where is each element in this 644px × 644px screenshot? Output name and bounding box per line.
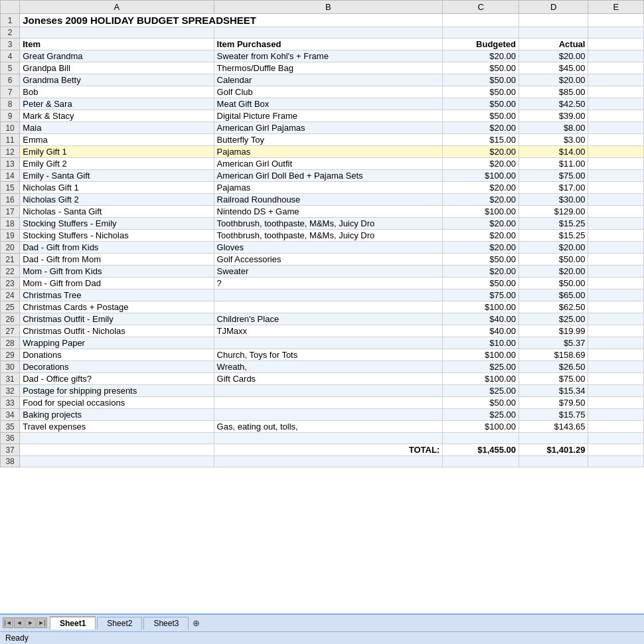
nav-prev-arrow[interactable]: ◄ — [14, 617, 25, 628]
cell-c[interactable] — [443, 27, 519, 39]
cell-b[interactable]: American Girl Pajamas — [214, 122, 443, 134]
cell-e[interactable] — [588, 444, 644, 456]
cell-a[interactable]: Stocking Stuffers - Nicholas — [20, 230, 214, 242]
cell-d[interactable] — [519, 456, 588, 467]
cell-a[interactable]: Nicholas Gift 2 — [20, 194, 214, 206]
cell-d[interactable]: $15.25 — [519, 230, 588, 242]
cell-c[interactable]: $50.00 — [443, 98, 519, 110]
cell-c[interactable]: $100.00 — [443, 373, 519, 385]
cell-a[interactable]: Peter & Sara — [20, 98, 214, 110]
cell-c[interactable]: $100.00 — [443, 170, 519, 182]
cell-e[interactable] — [588, 14, 644, 27]
cell-a[interactable]: Emily Gift 2 — [20, 158, 214, 170]
cell-a[interactable]: Travel expenses — [20, 421, 214, 433]
cell-d[interactable]: $65.00 — [519, 289, 588, 301]
cell-c[interactable]: $50.00 — [443, 62, 519, 74]
cell-e[interactable] — [588, 278, 644, 289]
cell-a[interactable]: Mom - Gift from Kids — [20, 266, 214, 278]
cell-b[interactable] — [214, 409, 443, 421]
table-row[interactable]: 32Postage for shipping presents$25.00$15… — [1, 385, 644, 397]
cell-a[interactable]: Nicholas Gift 1 — [20, 182, 214, 194]
cell-d[interactable]: $75.00 — [519, 170, 588, 182]
table-row[interactable]: 3ItemItem PurchasedBudgetedActual — [1, 39, 644, 50]
sheet-tab-3[interactable]: Sheet3 — [143, 617, 189, 629]
cell-c[interactable]: $10.00 — [443, 337, 519, 349]
table-row[interactable]: 8Peter & SaraMeat Gift Box$50.00$42.50 — [1, 98, 644, 110]
table-row[interactable]: 12Emily Gift 1Pajamas$20.00$14.00 — [1, 146, 644, 158]
cell-c[interactable]: $100.00 — [443, 421, 519, 433]
cell-a[interactable]: Item — [20, 39, 214, 50]
cell-e[interactable] — [588, 421, 644, 433]
cell-e[interactable] — [588, 122, 644, 134]
table-row[interactable]: 9Mark & StacyDigital Picture Frame$50.00… — [1, 110, 644, 122]
cell-b[interactable]: TJMaxx — [214, 325, 443, 337]
cell-e[interactable] — [588, 337, 644, 349]
cell-d[interactable]: Actual — [519, 39, 588, 50]
table-row[interactable]: 26Christmas Outfit - EmilyChildren's Pla… — [1, 313, 644, 325]
cell-b[interactable]: Gloves — [214, 242, 443, 254]
cell-b[interactable] — [214, 289, 443, 301]
cell-d[interactable]: $14.00 — [519, 146, 588, 158]
cell-c[interactable]: $40.00 — [443, 325, 519, 337]
sheet-tab-2[interactable]: Sheet2 — [97, 617, 142, 629]
cell-e[interactable] — [588, 110, 644, 122]
cell-a[interactable]: Grandma Betty — [20, 74, 214, 86]
col-header-c[interactable]: C — [443, 1, 519, 14]
cell-a[interactable]: Nicholas - Santa Gift — [20, 206, 214, 218]
cell-c[interactable]: $15.00 — [443, 134, 519, 146]
cell-e[interactable] — [588, 397, 644, 409]
table-row[interactable]: 4Great GrandmaSweater from Kohl's + Fram… — [1, 50, 644, 62]
table-row[interactable]: 36 — [1, 433, 644, 444]
cell-b[interactable]: Golf Club — [214, 86, 443, 98]
cell-b[interactable]: Pajamas — [214, 182, 443, 194]
cell-c[interactable]: $50.00 — [443, 110, 519, 122]
table-row[interactable]: 34Baking projects$25.00$15.75 — [1, 409, 644, 421]
cell-d[interactable]: $79.50 — [519, 397, 588, 409]
cell-d[interactable]: $3.00 — [519, 134, 588, 146]
cell-a[interactable]: Christmas Outfit - Nicholas — [20, 325, 214, 337]
cell-c[interactable]: $50.00 — [443, 74, 519, 86]
col-header-a[interactable]: A — [20, 1, 214, 14]
cell-b[interactable]: Wreath, — [214, 361, 443, 373]
table-row[interactable]: 13Emily Gift 2American Girl Outfit$20.00… — [1, 158, 644, 170]
cell-b[interactable] — [214, 397, 443, 409]
cell-e[interactable] — [588, 146, 644, 158]
cell-d[interactable]: $39.00 — [519, 110, 588, 122]
cell-d[interactable]: $15.25 — [519, 218, 588, 230]
table-row[interactable]: 38 — [1, 456, 644, 467]
cell-a[interactable]: Grandpa Bill — [20, 62, 214, 74]
cell-a[interactable]: Dad - Office gifts? — [20, 373, 214, 385]
cell-b[interactable]: Sweater from Kohl's + Frame — [214, 50, 443, 62]
table-row[interactable]: 23Mom - Gift from Dad?$50.00$50.00 — [1, 278, 644, 289]
cell-c[interactable]: $100.00 — [443, 206, 519, 218]
cell-c[interactable]: $100.00 — [443, 349, 519, 361]
table-row[interactable]: 30DecorationsWreath,$25.00$26.50 — [1, 361, 644, 373]
cell-b[interactable] — [214, 385, 443, 397]
cell-e[interactable] — [588, 134, 644, 146]
cell-a[interactable]: Donations — [20, 349, 214, 361]
cell-d[interactable]: $129.00 — [519, 206, 588, 218]
cell-b[interactable]: Toothbrush, toothpaste, M&Ms, Juicy Dro — [214, 218, 443, 230]
cell-c[interactable]: $50.00 — [443, 86, 519, 98]
table-row[interactable]: 20Dad - Gift from KidsGloves$20.00$20.00 — [1, 242, 644, 254]
cell-b[interactable]: American Girl Doll Bed + Pajama Sets — [214, 170, 443, 182]
table-row[interactable]: 10MaiaAmerican Girl Pajamas$20.00$8.00 — [1, 122, 644, 134]
cell-c[interactable]: $1,455.00 — [443, 444, 519, 456]
cell-e[interactable] — [588, 74, 644, 86]
cell-d[interactable]: $8.00 — [519, 122, 588, 134]
cell-e[interactable] — [588, 456, 644, 467]
cell-b[interactable] — [214, 337, 443, 349]
cell-b[interactable]: TOTAL: — [214, 444, 443, 456]
table-row[interactable]: 22Mom - Gift from KidsSweater$20.00$20.0… — [1, 266, 644, 278]
nav-last-arrow[interactable]: ►| — [37, 617, 47, 628]
cell-b[interactable]: American Girl Outfit — [214, 158, 443, 170]
cell-e[interactable] — [588, 206, 644, 218]
cell-a[interactable] — [20, 27, 214, 39]
table-row[interactable]: 37TOTAL:$1,455.00$1,401.29 — [1, 444, 644, 456]
cell-d[interactable]: $1,401.29 — [519, 444, 588, 456]
table-row[interactable]: 27Christmas Outfit - NicholasTJMaxx$40.0… — [1, 325, 644, 337]
cell-b[interactable]: Digital Picture Frame — [214, 110, 443, 122]
cell-c[interactable]: $20.00 — [443, 158, 519, 170]
cell-a[interactable] — [20, 433, 214, 444]
cell-a[interactable]: Mark & Stacy — [20, 110, 214, 122]
